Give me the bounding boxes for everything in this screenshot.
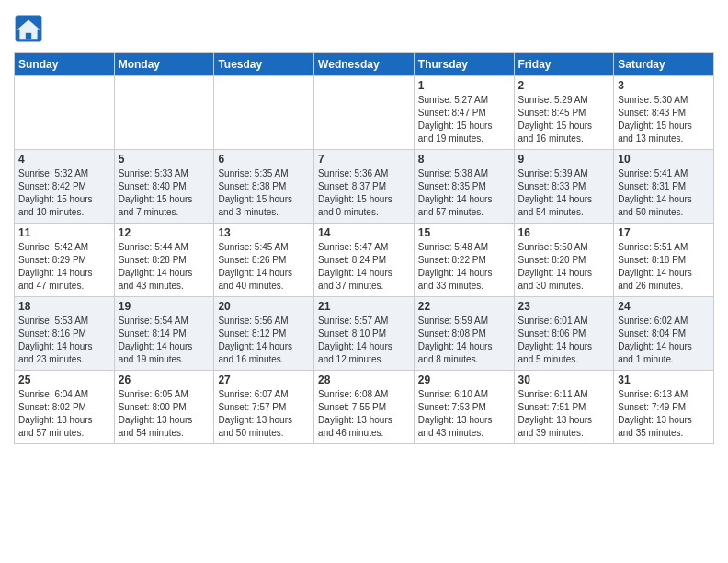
calendar-cell: 9Sunrise: 5:39 AMSunset: 8:33 PMDaylight… <box>514 150 614 224</box>
day-info: Sunrise: 5:36 AMSunset: 8:37 PMDaylight:… <box>318 167 410 219</box>
day-info: Sunrise: 6:02 AMSunset: 8:04 PMDaylight:… <box>618 315 710 366</box>
day-info: Sunrise: 5:44 AMSunset: 8:28 PMDaylight:… <box>119 241 210 293</box>
weekday-header-wednesday: Wednesday <box>314 53 415 76</box>
day-number: 8 <box>418 153 510 166</box>
day-number: 28 <box>318 373 410 386</box>
day-info: Sunrise: 5:33 AMSunset: 8:40 PMDaylight:… <box>119 167 210 219</box>
calendar-cell: 7Sunrise: 5:36 AMSunset: 8:37 PMDaylight… <box>314 150 415 224</box>
day-number: 22 <box>418 300 510 313</box>
day-number: 4 <box>18 153 110 166</box>
day-info: Sunrise: 5:54 AMSunset: 8:14 PMDaylight:… <box>119 315 210 366</box>
day-info: Sunrise: 5:56 AMSunset: 8:12 PMDaylight:… <box>218 315 310 366</box>
day-number: 12 <box>119 226 210 239</box>
day-number: 7 <box>318 153 410 166</box>
calendar-cell: 29Sunrise: 6:10 AMSunset: 7:53 PMDayligh… <box>414 371 514 444</box>
day-info: Sunrise: 5:47 AMSunset: 8:24 PMDaylight:… <box>318 241 410 293</box>
calendar-cell: 28Sunrise: 6:08 AMSunset: 7:55 PMDayligh… <box>314 371 415 444</box>
day-number: 31 <box>618 373 710 386</box>
calendar-cell: 24Sunrise: 6:02 AMSunset: 8:04 PMDayligh… <box>614 297 714 371</box>
day-number: 1 <box>418 79 510 92</box>
calendar-table: SundayMondayTuesdayWednesdayThursdayFrid… <box>14 52 714 444</box>
day-info: Sunrise: 5:59 AMSunset: 8:08 PMDaylight:… <box>418 315 510 366</box>
day-info: Sunrise: 6:13 AMSunset: 7:49 PMDaylight:… <box>618 388 710 440</box>
day-info: Sunrise: 5:48 AMSunset: 8:22 PMDaylight:… <box>418 241 510 293</box>
calendar-cell: 6Sunrise: 5:35 AMSunset: 8:38 PMDaylight… <box>214 150 314 224</box>
calendar-cell <box>114 76 214 150</box>
weekday-header-saturday: Saturday <box>614 53 714 76</box>
day-info: Sunrise: 5:32 AMSunset: 8:42 PMDaylight:… <box>18 167 110 219</box>
day-number: 26 <box>119 373 210 386</box>
calendar-cell: 30Sunrise: 6:11 AMSunset: 7:51 PMDayligh… <box>514 371 614 444</box>
weekday-header-monday: Monday <box>114 53 214 76</box>
day-number: 23 <box>518 300 610 313</box>
svg-rect-2 <box>26 33 31 39</box>
day-info: Sunrise: 6:01 AMSunset: 8:06 PMDaylight:… <box>518 315 610 366</box>
day-number: 29 <box>418 373 510 386</box>
day-number: 2 <box>518 79 610 92</box>
day-info: Sunrise: 6:11 AMSunset: 7:51 PMDaylight:… <box>518 388 610 440</box>
day-info: Sunrise: 5:29 AMSunset: 8:45 PMDaylight:… <box>518 94 610 145</box>
day-info: Sunrise: 5:35 AMSunset: 8:38 PMDaylight:… <box>218 167 310 219</box>
day-info: Sunrise: 5:45 AMSunset: 8:26 PMDaylight:… <box>218 241 310 293</box>
calendar-cell: 20Sunrise: 5:56 AMSunset: 8:12 PMDayligh… <box>214 297 314 371</box>
day-number: 18 <box>18 300 110 313</box>
calendar-cell: 17Sunrise: 5:51 AMSunset: 8:18 PMDayligh… <box>614 224 714 297</box>
day-number: 10 <box>618 153 710 166</box>
day-number: 17 <box>618 226 710 239</box>
day-info: Sunrise: 6:08 AMSunset: 7:55 PMDaylight:… <box>318 388 410 440</box>
calendar-cell: 16Sunrise: 5:50 AMSunset: 8:20 PMDayligh… <box>514 224 614 297</box>
day-info: Sunrise: 5:38 AMSunset: 8:35 PMDaylight:… <box>418 167 510 219</box>
day-number: 30 <box>518 373 610 386</box>
day-number: 25 <box>18 373 110 386</box>
page-header <box>14 14 714 43</box>
day-number: 15 <box>418 226 510 239</box>
calendar-cell: 15Sunrise: 5:48 AMSunset: 8:22 PMDayligh… <box>414 224 514 297</box>
day-info: Sunrise: 5:42 AMSunset: 8:29 PMDaylight:… <box>18 241 110 293</box>
day-info: Sunrise: 5:53 AMSunset: 8:16 PMDaylight:… <box>18 315 110 366</box>
calendar-cell: 11Sunrise: 5:42 AMSunset: 8:29 PMDayligh… <box>15 224 115 297</box>
day-info: Sunrise: 6:04 AMSunset: 8:02 PMDaylight:… <box>18 388 110 440</box>
calendar-cell: 4Sunrise: 5:32 AMSunset: 8:42 PMDaylight… <box>15 150 115 224</box>
day-info: Sunrise: 6:05 AMSunset: 8:00 PMDaylight:… <box>119 388 210 440</box>
day-number: 19 <box>119 300 210 313</box>
day-number: 16 <box>518 226 610 239</box>
calendar-cell: 21Sunrise: 5:57 AMSunset: 8:10 PMDayligh… <box>314 297 415 371</box>
weekday-header-sunday: Sunday <box>15 53 115 76</box>
calendar-cell: 10Sunrise: 5:41 AMSunset: 8:31 PMDayligh… <box>614 150 714 224</box>
calendar-cell: 18Sunrise: 5:53 AMSunset: 8:16 PMDayligh… <box>15 297 115 371</box>
weekday-header-tuesday: Tuesday <box>214 53 314 76</box>
day-number: 24 <box>618 300 710 313</box>
day-info: Sunrise: 5:30 AMSunset: 8:43 PMDaylight:… <box>618 94 710 145</box>
calendar-cell <box>214 76 314 150</box>
calendar-cell: 25Sunrise: 6:04 AMSunset: 8:02 PMDayligh… <box>15 371 115 444</box>
calendar-cell: 27Sunrise: 6:07 AMSunset: 7:57 PMDayligh… <box>214 371 314 444</box>
day-number: 6 <box>218 153 310 166</box>
logo-icon <box>14 14 43 43</box>
calendar-cell: 19Sunrise: 5:54 AMSunset: 8:14 PMDayligh… <box>114 297 214 371</box>
day-info: Sunrise: 5:50 AMSunset: 8:20 PMDaylight:… <box>518 241 610 293</box>
calendar-cell: 23Sunrise: 6:01 AMSunset: 8:06 PMDayligh… <box>514 297 614 371</box>
weekday-header-thursday: Thursday <box>414 53 514 76</box>
day-info: Sunrise: 5:27 AMSunset: 8:47 PMDaylight:… <box>418 94 510 145</box>
calendar-cell: 5Sunrise: 5:33 AMSunset: 8:40 PMDaylight… <box>114 150 214 224</box>
calendar-cell: 14Sunrise: 5:47 AMSunset: 8:24 PMDayligh… <box>314 224 415 297</box>
calendar-cell <box>314 76 415 150</box>
day-info: Sunrise: 6:07 AMSunset: 7:57 PMDaylight:… <box>218 388 310 440</box>
day-number: 14 <box>318 226 410 239</box>
day-info: Sunrise: 5:39 AMSunset: 8:33 PMDaylight:… <box>518 167 610 219</box>
logo <box>14 14 47 43</box>
day-number: 27 <box>218 373 310 386</box>
day-info: Sunrise: 5:41 AMSunset: 8:31 PMDaylight:… <box>618 167 710 219</box>
day-info: Sunrise: 5:51 AMSunset: 8:18 PMDaylight:… <box>618 241 710 293</box>
day-info: Sunrise: 5:57 AMSunset: 8:10 PMDaylight:… <box>318 315 410 366</box>
day-number: 11 <box>18 226 110 239</box>
calendar-cell: 1Sunrise: 5:27 AMSunset: 8:47 PMDaylight… <box>414 76 514 150</box>
day-number: 13 <box>218 226 310 239</box>
day-number: 20 <box>218 300 310 313</box>
calendar-cell <box>15 76 115 150</box>
calendar-cell: 26Sunrise: 6:05 AMSunset: 8:00 PMDayligh… <box>114 371 214 444</box>
calendar-cell: 13Sunrise: 5:45 AMSunset: 8:26 PMDayligh… <box>214 224 314 297</box>
calendar-cell: 2Sunrise: 5:29 AMSunset: 8:45 PMDaylight… <box>514 76 614 150</box>
day-number: 3 <box>618 79 710 92</box>
calendar-cell: 12Sunrise: 5:44 AMSunset: 8:28 PMDayligh… <box>114 224 214 297</box>
